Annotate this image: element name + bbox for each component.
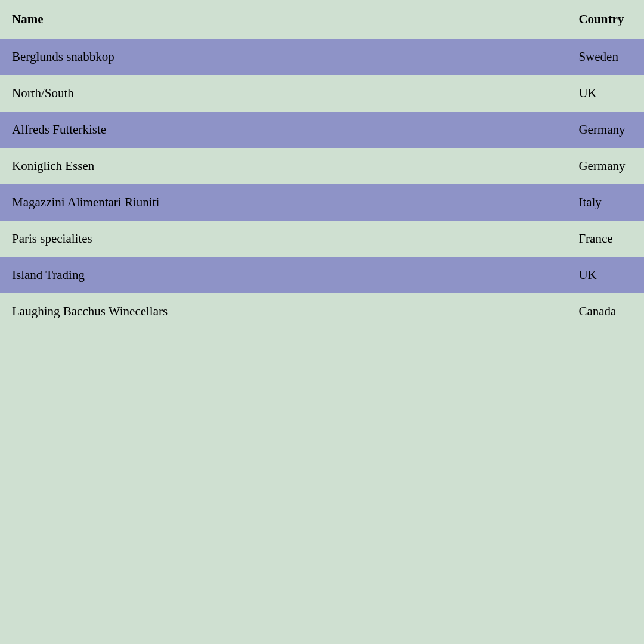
- table-row: Island Trading UK: [0, 257, 644, 293]
- cell-name: Laughing Bacchus Winecellars: [0, 293, 566, 330]
- cell-country: Italy: [566, 184, 644, 221]
- cell-name: North/South: [0, 75, 566, 112]
- cell-name: Magazzini Alimentari Riuniti: [0, 184, 566, 221]
- customers-table: Name Country Berglunds snabbkop Sweden N…: [0, 0, 644, 330]
- table-header-row: Name Country: [0, 0, 644, 39]
- header-name: Name: [0, 0, 566, 39]
- table-row: Alfreds Futterkiste Germany: [0, 112, 644, 148]
- table-row: North/South UK: [0, 75, 644, 112]
- table-row: Paris specialites France: [0, 221, 644, 257]
- table-row: Magazzini Alimentari Riuniti Italy: [0, 184, 644, 221]
- cell-name: Paris specialites: [0, 221, 566, 257]
- cell-name: Alfreds Futterkiste: [0, 112, 566, 148]
- table-row: Koniglich Essen Germany: [0, 148, 644, 184]
- table-row: Berglunds snabbkop Sweden: [0, 39, 644, 75]
- cell-country: France: [566, 221, 644, 257]
- cell-country: UK: [566, 75, 644, 112]
- cell-country: UK: [566, 257, 644, 293]
- header-country: Country: [566, 0, 644, 39]
- cell-country: Germany: [566, 148, 644, 184]
- cell-country: Canada: [566, 293, 644, 330]
- cell-name: Island Trading: [0, 257, 566, 293]
- cell-name: Berglunds snabbkop: [0, 39, 566, 75]
- table-row: Laughing Bacchus Winecellars Canada: [0, 293, 644, 330]
- cell-country: Germany: [566, 112, 644, 148]
- cell-country: Sweden: [566, 39, 644, 75]
- cell-name: Koniglich Essen: [0, 148, 566, 184]
